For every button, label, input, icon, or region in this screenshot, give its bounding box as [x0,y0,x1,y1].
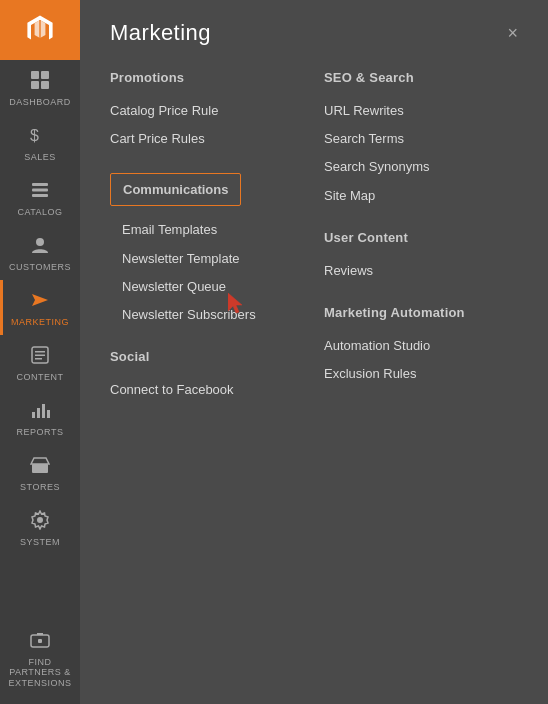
search-terms-link[interactable]: Search Terms [324,125,518,153]
sidebar-item-customers[interactable]: CUSTOMERS [0,225,80,280]
catalog-price-rule-link[interactable]: Catalog Price Rule [110,97,304,125]
sidebar: DASHBOARD $ SALES CATALOG CUSTOMERS MARK… [0,0,80,704]
svg-rect-15 [32,412,35,418]
system-icon [30,510,50,533]
sidebar-item-marketing-label: MARKETING [11,317,69,327]
sidebar-item-reports[interactable]: REPORTS [0,390,80,445]
reports-icon [30,400,50,423]
svg-rect-6 [32,189,48,192]
sidebar-item-catalog[interactable]: CATALOG [0,170,80,225]
communications-section: Communications Email Templates Newslette… [110,173,304,329]
left-column: Promotions Catalog Price Rule Cart Price… [110,70,304,424]
sidebar-item-reports-label: REPORTS [17,427,64,437]
seo-search-heading: SEO & Search [324,70,518,85]
sidebar-item-sales-label: SALES [24,152,56,162]
sidebar-item-sales[interactable]: $ SALES [0,115,80,170]
svg-rect-23 [38,639,42,643]
svg-rect-0 [31,71,39,79]
email-templates-link[interactable]: Email Templates [122,216,304,244]
sidebar-item-stores[interactable]: STORES [0,445,80,500]
cart-price-rules-link[interactable]: Cart Price Rules [110,125,304,153]
svg-rect-10 [35,299,43,301]
svg-rect-13 [35,355,45,357]
svg-rect-2 [31,81,39,89]
sidebar-item-content-label: CONTENT [17,372,64,382]
communications-items: Email Templates Newsletter Template News… [110,216,304,329]
sales-icon: $ [30,125,50,148]
exclusion-rules-link[interactable]: Exclusion Rules [324,360,518,388]
svg-rect-20 [37,467,43,473]
catalog-icon [30,180,50,203]
svg-rect-7 [32,194,48,197]
promotions-heading: Promotions [110,70,304,85]
sidebar-item-customers-label: CUSTOMERS [9,262,71,272]
newsletter-template-link[interactable]: Newsletter Template [122,245,304,273]
social-heading: Social [110,349,304,364]
panel-header: Marketing × [110,20,518,46]
seo-search-section: SEO & Search URL Rewrites Search Terms S… [324,70,518,210]
newsletter-subscribers-link[interactable]: Newsletter Subscribers [122,301,304,329]
user-content-heading: User Content [324,230,518,245]
svg-point-8 [36,238,44,246]
extensions-icon [30,630,50,653]
site-map-link[interactable]: Site Map [324,182,518,210]
svg-rect-18 [47,410,50,418]
content-icon [30,345,50,368]
close-button[interactable]: × [507,24,518,42]
sidebar-item-marketing[interactable]: MARKETING [0,280,80,335]
right-column: SEO & Search URL Rewrites Search Terms S… [324,70,518,424]
svg-rect-5 [32,183,48,186]
panel-columns: Promotions Catalog Price Rule Cart Price… [110,70,518,424]
communications-heading: Communications [123,182,228,197]
promotions-section: Promotions Catalog Price Rule Cart Price… [110,70,304,153]
dashboard-icon [30,70,50,93]
marketing-panel: Marketing × Promotions Catalog Price Rul… [80,0,548,704]
sidebar-item-extensions[interactable]: FIND PARTNERS & EXTENSIONS [0,620,80,704]
automation-studio-link[interactable]: Automation Studio [324,332,518,360]
search-synonyms-link[interactable]: Search Synonyms [324,153,518,181]
social-section: Social Connect to Facebook [110,349,304,404]
stores-icon [30,455,50,478]
marketing-icon [30,290,50,313]
marketing-automation-section: Marketing Automation Automation Studio E… [324,305,518,388]
connect-facebook-link[interactable]: Connect to Facebook [110,376,304,404]
marketing-automation-heading: Marketing Automation [324,305,518,320]
user-content-section: User Content Reviews [324,230,518,285]
sidebar-item-stores-label: STORES [20,482,60,492]
url-rewrites-link[interactable]: URL Rewrites [324,97,518,125]
sidebar-logo[interactable] [0,0,80,60]
sidebar-item-content[interactable]: CONTENT [0,335,80,390]
svg-rect-12 [35,351,45,353]
sidebar-item-dashboard[interactable]: DASHBOARD [0,60,80,115]
svg-rect-14 [35,358,42,360]
sidebar-item-extensions-label: FIND PARTNERS & EXTENSIONS [5,657,75,689]
svg-rect-17 [42,404,45,418]
sidebar-item-system[interactable]: SYSTEM [0,500,80,555]
svg-text:$: $ [30,127,39,144]
sidebar-item-catalog-label: CATALOG [17,207,62,217]
communications-box: Communications [110,173,241,206]
sidebar-item-system-label: SYSTEM [20,537,60,547]
svg-point-21 [37,517,43,523]
sidebar-item-dashboard-label: DASHBOARD [9,97,71,107]
svg-rect-3 [41,81,49,89]
svg-rect-1 [41,71,49,79]
reviews-link[interactable]: Reviews [324,257,518,285]
magento-logo-icon [22,12,58,48]
svg-rect-16 [37,408,40,418]
panel-title: Marketing [110,20,211,46]
customers-icon [30,235,50,258]
newsletter-queue-link[interactable]: Newsletter Queue [122,273,304,301]
